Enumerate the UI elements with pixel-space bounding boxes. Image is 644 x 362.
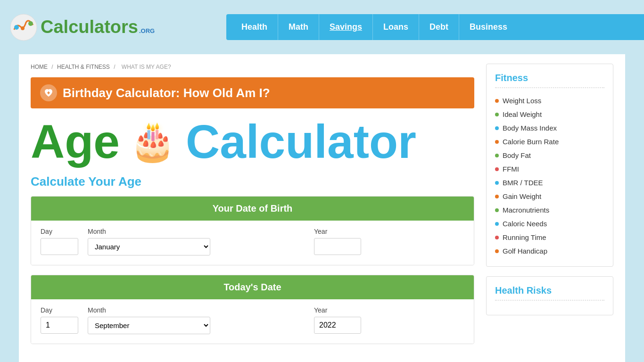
svg-point-1 [14,25,19,30]
today-year-label: Year [314,306,361,314]
today-year-field: Year [314,306,361,334]
sidebar: Fitness Weight LossIdeal WeightBody Mass… [486,64,613,354]
dot-icon [495,167,499,171]
fitness-card: Fitness Weight LossIdeal WeightBody Mass… [486,64,613,267]
fitness-link-11[interactable]: Golf Handicap [495,244,604,258]
dot-icon [495,236,499,239]
health-risks-title: Health Risks [495,285,604,301]
dob-day-input[interactable] [41,238,78,255]
page-title: Birthday Calculator: How Old Am I? [63,86,270,100]
today-day-label: Day [41,306,78,314]
main-wrapper: HOME / HEALTH & FITNESS / WHAT IS MY AGE… [19,54,625,362]
fitness-link-1[interactable]: Ideal Weight [495,107,604,121]
section-heading: Calculate Your Age [31,174,474,189]
hero-age-word: Age [31,118,120,165]
fitness-link-label: Calorie Burn Rate [503,138,559,146]
logo-org: .ORG [139,27,155,34]
dob-month-label: Month [88,228,210,235]
fitness-link-8[interactable]: Macronutrients [495,203,604,217]
fitness-link-0[interactable]: Weight Loss [495,94,604,107]
today-form-body: Day Month JanuaryFebruaryMarchAprilMayJu… [31,299,474,344]
fitness-link-10[interactable]: Running Time [495,230,604,244]
nav-business[interactable]: Business [459,14,518,40]
breadcrumb-health[interactable]: HEALTH & FITNESS [57,64,110,70]
content-area: HOME / HEALTH & FITNESS / WHAT IS MY AGE… [31,64,474,354]
breadcrumb: HOME / HEALTH & FITNESS / WHAT IS MY AGE… [31,64,474,70]
dob-day-field: Day [41,228,78,255]
svg-point-2 [28,21,33,26]
today-month-select[interactable]: JanuaryFebruaryMarchAprilMayJuneJulyAugu… [88,317,210,334]
fitness-link-label: FFMI [503,165,519,173]
nav-debt[interactable]: Debt [419,14,459,40]
dob-form-body: Day Month JanuaryFebruaryMarchAprilMayJu… [31,221,474,265]
fitness-title: Fitness [495,73,604,88]
page-title-bar: Birthday Calculator: How Old Am I? [31,77,474,108]
fitness-link-label: Body Mass Index [503,124,557,132]
hero-section: Age 🎂 Calculator [31,118,474,165]
logo-text: Calculators [41,17,138,37]
today-month-label: Month [88,306,210,314]
fitness-link-label: Caloric Needs [503,220,547,228]
fitness-link-label: Running Time [503,233,546,241]
dob-form: Your Date of Birth Day Month JanuaryFebr… [31,196,474,265]
today-form: Today's Date Day Month JanuaryFebruaryMa… [31,275,474,344]
dot-icon [495,249,499,253]
fitness-link-label: Body Fat [503,151,531,159]
fitness-link-label: Golf Handicap [503,247,547,255]
fitness-link-label: Macronutrients [503,206,549,214]
nav-health[interactable]: Health [231,14,278,40]
today-day-field: Day [41,306,78,334]
fitness-link-4[interactable]: Body Fat [495,148,604,162]
title-icon [40,84,57,101]
fitness-link-label: Weight Loss [503,97,541,105]
today-month-field: Month JanuaryFebruaryMarchAprilMayJuneJu… [88,306,210,334]
hero-calc-word: Calculator [186,118,416,165]
fitness-link-2[interactable]: Body Mass Index [495,121,604,135]
fitness-link-3[interactable]: Calorie Burn Rate [495,135,604,148]
health-risks-card: Health Risks [486,276,613,315]
svg-point-3 [21,26,25,30]
today-day-input[interactable] [41,317,78,334]
dot-icon [495,208,499,212]
nav-math[interactable]: Math [278,14,319,40]
today-form-header: Today's Date [31,275,474,299]
nav-loans[interactable]: Loans [373,14,419,40]
fitness-link-6[interactable]: BMR / TDEE [495,176,604,189]
main-nav: Health Math Savings Loans Debt Business [226,14,644,40]
dot-icon [495,126,499,130]
fitness-link-label: Ideal Weight [503,110,542,118]
fitness-link-9[interactable]: Caloric Needs [495,217,604,230]
dob-year-label: Year [314,228,361,235]
heart-icon [43,88,54,98]
dot-icon [495,99,499,103]
fitness-link-label: BMR / TDEE [503,179,543,187]
dob-form-row: Day Month JanuaryFebruaryMarchAprilMayJu… [41,228,464,255]
dot-icon [495,222,499,226]
today-year-input[interactable] [314,317,361,334]
fitness-links: Weight LossIdeal WeightBody Mass IndexCa… [495,94,604,258]
fitness-link-label: Gain Weight [503,192,541,200]
logo-icon [9,13,38,41]
breadcrumb-sep2: / [114,64,115,70]
dot-icon [495,181,499,185]
fitness-link-7[interactable]: Gain Weight [495,189,604,203]
logo-area[interactable]: Calculators .ORG [9,13,155,41]
breadcrumb-current: WHAT IS MY AGE? [122,64,171,70]
dot-icon [495,140,499,144]
dot-icon [495,195,499,198]
dob-year-input[interactable] [314,238,361,255]
dob-form-header: Your Date of Birth [31,197,474,221]
nav-savings[interactable]: Savings [319,14,373,40]
dob-year-field: Year [314,228,361,255]
site-header: Calculators .ORG Health Math Savings Loa… [0,0,644,54]
breadcrumb-sep1: / [51,64,53,70]
dob-month-field: Month JanuaryFebruaryMarchAprilMayJuneJu… [88,228,210,255]
breadcrumb-home[interactable]: HOME [31,64,48,70]
dob-day-label: Day [41,228,78,235]
today-form-row: Day Month JanuaryFebruaryMarchAprilMayJu… [41,306,464,334]
dob-month-select[interactable]: JanuaryFebruaryMarchAprilMayJuneJulyAugu… [88,238,210,255]
dot-icon [495,113,499,116]
dot-icon [495,154,499,157]
fitness-link-5[interactable]: FFMI [495,162,604,176]
cake-icon: 🎂 [129,123,176,160]
